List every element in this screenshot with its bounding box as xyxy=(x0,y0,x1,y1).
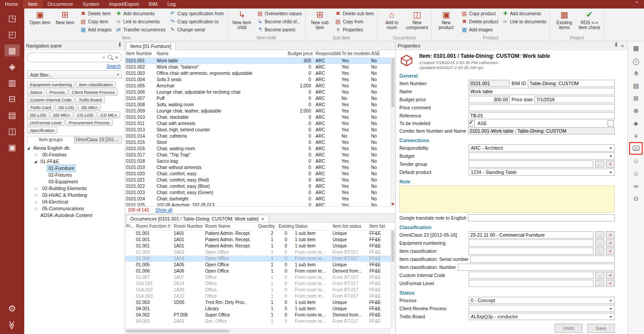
item-classification-input[interactable] xyxy=(469,247,593,255)
add-filter-dropdown[interactable]: Add filter... xyxy=(27,70,122,79)
scrollbar[interactable] xyxy=(125,328,391,334)
price-comment-input[interactable] xyxy=(469,104,615,111)
clear-icon[interactable] xyxy=(606,239,615,247)
close-icon[interactable] xyxy=(619,43,626,48)
occurrence-row[interactable]: 02.0031D05Trmt Rm. Dirty Proc.101 sub it… xyxy=(125,299,395,306)
ase-checkbox[interactable] xyxy=(608,120,614,126)
ribbon-button[interactable]: RDS <-> Item check xyxy=(577,9,602,30)
tree-expander-icon[interactable] xyxy=(27,145,32,152)
ribbon-button[interactable]: New product xyxy=(434,9,459,30)
reports-module-icon[interactable] xyxy=(4,109,20,121)
column-header[interactable]: Name xyxy=(156,50,287,57)
column-header[interactable]: Item Number xyxy=(125,50,156,57)
to-be-modeled-checkbox[interactable] xyxy=(469,120,475,126)
tree-item[interactable]: Alexia English db xyxy=(25,145,124,152)
occurrence-row[interactable]: 04.001Library101 sub itemUniqueFF&E xyxy=(125,306,395,312)
scrollbar[interactable] xyxy=(390,57,395,207)
grid-view-icon[interactable] xyxy=(631,43,641,52)
note-textarea[interactable] xyxy=(399,186,615,213)
close-icon[interactable] xyxy=(261,216,265,221)
clear-icon[interactable] xyxy=(606,231,615,239)
occurrence-row[interactable]: 04.002PT.008Super Office10From room te..… xyxy=(125,312,395,318)
item-row[interactable]: 0101.018Sacco bag0ARCYesNo xyxy=(125,158,395,165)
tree-expander-icon[interactable] xyxy=(34,192,41,199)
ribbon-button[interactable]: New component xyxy=(404,9,429,30)
item-row[interactable]: 0101.017Chair, "Trip Trap"0ARCYesNo xyxy=(125,152,395,158)
ribbon-button[interactable]: Add documents xyxy=(114,9,167,17)
history-icon[interactable] xyxy=(631,194,641,203)
item-row[interactable]: 0101.006Lounge chair, adjustable for rec… xyxy=(125,89,395,95)
items-module-icon[interactable] xyxy=(4,44,20,56)
tree-expander-icon[interactable] xyxy=(34,152,41,158)
reference-input[interactable] xyxy=(469,112,615,119)
column-header[interactable]: Existing... xyxy=(278,223,294,230)
undo-button[interactable]: Undo xyxy=(555,324,583,333)
default-product-select[interactable]: 1234 - Standing Table xyxy=(469,169,615,176)
occurrence-row[interactable]: 01.0071A07Office10From room te...From RT… xyxy=(125,274,395,281)
ribbon-button[interactable]: Add documents xyxy=(500,9,548,17)
item-row[interactable]: 0101.016Chair, waiting room0ARCYesNo xyxy=(125,146,395,152)
products-module-icon[interactable] xyxy=(4,61,20,73)
item-row[interactable]: 0101.015Stool0ARCYesNo xyxy=(125,139,395,146)
tree-item[interactable]: 00-Finishes xyxy=(25,152,124,158)
filter-chip[interactable]: Custom Internal Code xyxy=(27,96,74,103)
occurrence-row[interactable]: 01.0031A03Open Office10From room te...Fr… xyxy=(125,249,395,256)
tree-item[interactable]: ADSK-Autodesk Content xyxy=(25,212,124,219)
ribbon-button[interactable]: Link to documents xyxy=(500,17,548,26)
menu-item[interactable]: Import/Export xyxy=(104,0,144,9)
search-icon[interactable] xyxy=(108,55,112,59)
ribbon-button[interactable]: Delete product xyxy=(460,17,499,26)
search-box[interactable] xyxy=(27,52,122,62)
ribbon-button[interactable]: Add images xyxy=(460,26,499,34)
clipboard-icon[interactable] xyxy=(631,131,641,140)
occurrence-row[interactable]: 01A.0021A09Office10From room te...From R… xyxy=(125,287,395,293)
ribbon-button[interactable]: New sub item xyxy=(307,9,333,30)
bim-id-input[interactable] xyxy=(528,80,615,87)
filter-chip[interactable]: CD MEA xyxy=(97,112,120,118)
occurrence-row[interactable]: 01.0011A01Patient Admin. Recept.101 sub … xyxy=(125,237,395,243)
settings-gear-icon[interactable] xyxy=(4,303,20,315)
column-header[interactable]: Quantity xyxy=(257,223,278,230)
ribbon-button[interactable]: New item child xyxy=(229,9,254,30)
responsibility-select[interactable]: ARC - Architect xyxy=(469,144,615,152)
ribbon-button[interactable]: Change serial xyxy=(168,26,225,34)
column-header[interactable]: Status xyxy=(294,223,332,230)
column-header[interactable]: Room Name xyxy=(204,223,257,230)
ribbon-button[interactable]: Become child of... xyxy=(255,17,303,26)
show-all-link[interactable]: Show all xyxy=(155,208,172,213)
user-check-icon[interactable] xyxy=(631,169,641,178)
tab-occurrences[interactable]: Occurrences [0101.001 / Table-Dining: CU… xyxy=(126,215,269,222)
combo-name-input[interactable] xyxy=(468,127,615,134)
omniclass-input[interactable] xyxy=(469,231,593,239)
item-row[interactable]: 0101.021Chair, comfort, easy (Red)0ARCYe… xyxy=(125,177,395,183)
uniformat-level-input[interactable] xyxy=(469,280,593,287)
save-button[interactable]: Save xyxy=(587,324,615,333)
tree-item[interactable]: 02-Building Elements xyxy=(25,185,124,192)
item-row[interactable]: 0101.007Puff0ARCNoNo xyxy=(125,95,395,102)
occurrence-row[interactable]: 01.0011A01Patient Admin. Recept.201 sub … xyxy=(125,230,395,237)
search-link[interactable]: Search xyxy=(106,64,121,69)
ribbon-button[interactable]: Open item xyxy=(27,9,53,26)
filter-chip[interactable]: Status xyxy=(27,89,45,95)
tree-item[interactable]: 04-Electrical xyxy=(25,199,124,205)
filter-chip[interactable]: SD LOD xyxy=(55,104,77,111)
item-row[interactable]: 0101.022Chair, comfort, easy (Blue)0ARCY… xyxy=(125,183,395,190)
item-row[interactable]: 0101.023Chair, comfort, easy (Green)0ARC… xyxy=(125,190,395,196)
column-header[interactable]: Budget price xyxy=(287,50,315,57)
item-row[interactable]: 0101.001Work table300ARCYesNo xyxy=(125,58,395,64)
filter-chip[interactable]: DD MEA xyxy=(50,112,73,118)
forms-module-icon[interactable] xyxy=(4,125,20,137)
item-row[interactable]: 0101.008Sofa, waiting room0ARCYesNo xyxy=(125,102,395,108)
occurrence-row[interactable]: 01A.0012A14Office10From room te...From R… xyxy=(125,281,395,287)
ribbon-button[interactable]: Delete item xyxy=(79,9,113,17)
filter-chip[interactable]: Item classification xyxy=(76,81,116,88)
rooms-module-icon[interactable] xyxy=(4,28,20,40)
clear-search-icon[interactable] xyxy=(115,55,118,60)
item-row[interactable]: 0101.002Work chair, "balance"0ARCYesNo xyxy=(125,64,395,70)
menu-item[interactable]: Log xyxy=(162,0,180,9)
tree-expander-icon[interactable] xyxy=(34,205,41,212)
ribbon-button[interactable]: Copy item xyxy=(79,17,113,26)
equipment-numbering-input[interactable] xyxy=(469,239,593,247)
tree-item[interactable]: 03-HVAC & Plumbing xyxy=(25,192,124,199)
filter-chip[interactable]: Process xyxy=(46,89,68,95)
